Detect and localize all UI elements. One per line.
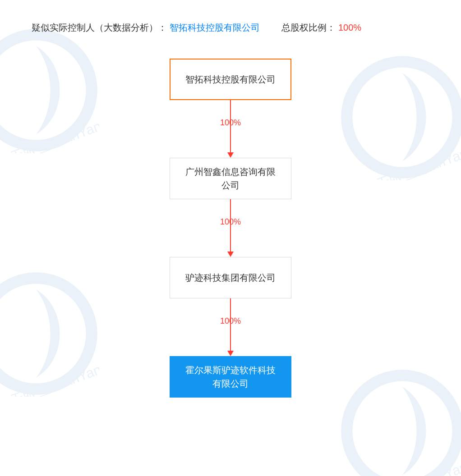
total-equity-value: 100%	[338, 23, 361, 33]
controller-label: 疑似实际控制人（大数据分析）：	[32, 22, 167, 34]
svg-text:天眼查 TianYanCha.com: 天眼查 TianYanCha.com	[374, 440, 461, 476]
node-label: 广州智鑫信息咨询有限公司	[183, 165, 278, 192]
edge: 100%	[225, 199, 236, 257]
node-intermediate[interactable]: 驴迹科技集团有限公司	[170, 257, 291, 298]
arrow-down-icon	[225, 298, 236, 356]
header-row: 疑似实际控制人（大数据分析）： 智拓科技控股有限公司 总股权比例： 100%	[32, 22, 429, 34]
arrow-down-icon	[225, 199, 236, 257]
node-target[interactable]: 霍尔果斯驴迹软件科技有限公司	[170, 356, 291, 398]
node-root[interactable]: 智拓科技控股有限公司	[170, 59, 291, 100]
node-label: 霍尔果斯驴迹软件科技有限公司	[183, 363, 278, 390]
edge: 100%	[225, 298, 236, 356]
svg-marker-11	[227, 252, 234, 257]
node-label: 智拓科技控股有限公司	[185, 73, 276, 86]
svg-marker-9	[227, 152, 234, 158]
edge: 100%	[225, 100, 236, 158]
arrow-down-icon	[225, 100, 236, 158]
edge-percent: 100%	[220, 118, 241, 128]
node-intermediate[interactable]: 广州智鑫信息咨询有限公司	[170, 158, 291, 199]
total-equity-label: 总股权比例：	[281, 22, 336, 34]
edge-percent: 100%	[220, 217, 241, 227]
node-label: 驴迹科技集团有限公司	[185, 271, 276, 284]
edge-percent: 100%	[220, 316, 241, 326]
controller-link[interactable]: 智拓科技控股有限公司	[170, 22, 260, 34]
svg-marker-13	[227, 351, 234, 356]
ownership-chain-diagram: 智拓科技控股有限公司 100% 广州智鑫信息咨询有限公司 100% 驴迹科技集团…	[0, 59, 461, 398]
